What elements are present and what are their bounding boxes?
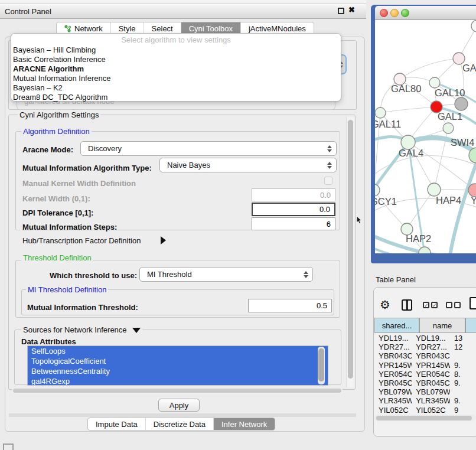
network-edge[interactable] [400,58,459,79]
dpi-tolerance-field[interactable]: 0.0 [252,203,335,216]
attribute-list-item[interactable]: gal4RGexp [28,376,328,386]
collapse-down-icon[interactable] [132,328,141,333]
network-node[interactable] [471,20,476,32]
mi-type-value: Naive Bayes [167,161,210,169]
combo-stepper-icon [304,271,308,278]
table-row[interactable]: YBL079WYBL079W [374,387,476,396]
algorithm-dropdown: Select algorithm to view settings Bayesi… [11,33,341,102]
table-row[interactable]: YBR045CYBR045C9. [374,379,476,387]
attributes-scrollbar-thumb[interactable] [318,348,324,381]
network-node[interactable] [443,123,454,133]
algorithm-option[interactable]: Bayesian – Hill Climbing [11,45,341,55]
table-cell: YDL19... [412,334,450,343]
network-edge[interactable] [380,107,436,113]
gear-icon[interactable]: ⚙ [380,298,390,312]
table-cell: 9. [450,379,476,387]
settings-hscrollbar-thumb[interactable] [13,389,341,393]
tab-jactivemnodules[interactable]: jActiveMNodules [241,22,314,34]
attributes-scrollbar-track[interactable] [318,347,325,384]
data-attributes-list: SelfLoopsTopologicalCoefficientBetweenne… [27,345,328,386]
table-cell: YBR045C [374,379,412,387]
table-hscrollbar-thumb[interactable] [376,416,472,420]
algorithm-option[interactable]: Bayesian – K2 [11,83,341,93]
table-cell: 12 [450,343,476,351]
settings-scrollbar-thumb[interactable] [348,120,353,379]
settings-scrollbar-track[interactable] [346,117,354,387]
table-cell: YBR043C [412,351,450,360]
table-row[interactable]: YBR043CYBR043C [374,351,476,360]
threshold-definition-label: Threshold Definition [21,253,93,262]
network-canvas[interactable]: GALGAL80GAL10GAL1GAL11GAL4SWI4GCY1HAP4YH… [375,20,476,253]
settings-hscrollbar-track[interactable] [12,388,343,393]
table-row[interactable]: YER054CYER054C8. [374,370,476,379]
close-traffic-light[interactable] [380,9,388,17]
which-threshold-combo[interactable]: MI Threshold [139,267,313,282]
show-columns-icon[interactable]: ✓✓ [423,302,438,308]
aracne-mode-combo[interactable]: Discovery [80,141,337,156]
table-cell: YDR27... [374,343,412,351]
table-column-header[interactable]: name [419,318,465,333]
mi-type-combo[interactable]: Naive Bayes [159,158,337,172]
algorithm-dropdown-list: Bayesian – Hill ClimbingBasic Correlatio… [11,45,341,102]
new-document-icon[interactable] [470,297,476,309]
algorithm-option[interactable]: ARACNE Algorithm [11,64,341,74]
columns-icon[interactable] [402,299,412,311]
mi-threshold-group-label: MI Threshold Definition [26,285,108,294]
close-icon[interactable]: ✖ [348,5,355,14]
table-row[interactable]: YDL19...YDL19...13 [374,334,476,343]
algorithm-option[interactable]: Basic Correlation Inference [11,55,341,64]
tab-cyni-toolbox[interactable]: Cyni Toolbox [181,22,241,34]
tab-label: Network [74,24,103,33]
attribute-list-item[interactable]: TopologicalCoefficient [28,356,328,366]
node-label: SWI4 [451,137,474,148]
tab-discretize-data[interactable]: Discretize Data [146,418,214,430]
combo-stepper-icon [327,162,332,169]
manual-kernel-checkbox[interactable] [324,177,332,185]
algorithm-option[interactable]: Dream8 DC_TDC Algorithm [11,93,341,102]
tab-select[interactable]: Select [144,22,181,34]
tab-label: Style [119,24,136,33]
table-row[interactable]: YDR27...YDR27...12 [374,343,476,351]
kernel-width-field[interactable]: 0.0 [252,188,335,201]
table-cell: YER054C [412,370,450,379]
table-row[interactable]: YPR145WYPR145W9. [374,361,476,370]
tab-style[interactable]: Style [111,22,144,34]
float-icon[interactable] [338,8,344,14]
table-cell: 9 [450,406,476,415]
table-cell [450,387,476,396]
mi-steps-field[interactable]: 6 [252,217,335,230]
table-panel-title: Table Panel [376,275,416,284]
attribute-list-item[interactable]: SelfLoops [28,346,328,356]
node-label: GAL [462,63,476,73]
table-row[interactable]: YIL052CYIL052C9 [374,406,476,415]
minimize-traffic-light[interactable] [390,9,399,17]
tab-impute-data[interactable]: Impute Data [88,418,146,430]
dock-grip-icon[interactable] [3,444,14,450]
panel-bottom-strip [9,413,356,417]
table-column-header[interactable]: A [465,318,476,333]
node-label: HAP2 [406,233,431,244]
expand-right-icon[interactable] [161,236,166,244]
zoom-traffic-light[interactable] [401,9,409,17]
network-node[interactable] [455,97,468,110]
mi-threshold-field[interactable]: 0.5 [248,299,332,312]
table-cell: YLR345W [412,396,450,405]
tab-infer-network[interactable]: Infer Network [214,418,275,430]
control-panel-title: Control Panel [5,7,51,16]
table-hscrollbar-track[interactable] [374,415,476,421]
network-node-gcy1[interactable] [375,184,380,196]
algorithm-option[interactable]: Mutual Information Inference [11,74,341,83]
network-node-gal11[interactable] [375,107,386,118]
network-node-hap4[interactable] [428,183,441,196]
attribute-list-item[interactable]: BetweennessCentrality [28,366,328,376]
table-row[interactable]: YLR345WYLR345W9. [374,396,476,405]
apply-button[interactable]: Apply [158,399,200,412]
hide-columns-icon[interactable] [446,302,461,308]
combo-stepper-icon [327,145,332,152]
tab-network[interactable]: Network [57,22,111,34]
data-tabs-bar: Impute DataDiscretize DataInfer Network [87,418,275,431]
network-node-gal10[interactable] [429,77,440,88]
table-cell: YBR043C [374,351,412,360]
table-column-header[interactable]: shared... [374,318,419,333]
table-cell: YIL052C [374,406,412,415]
